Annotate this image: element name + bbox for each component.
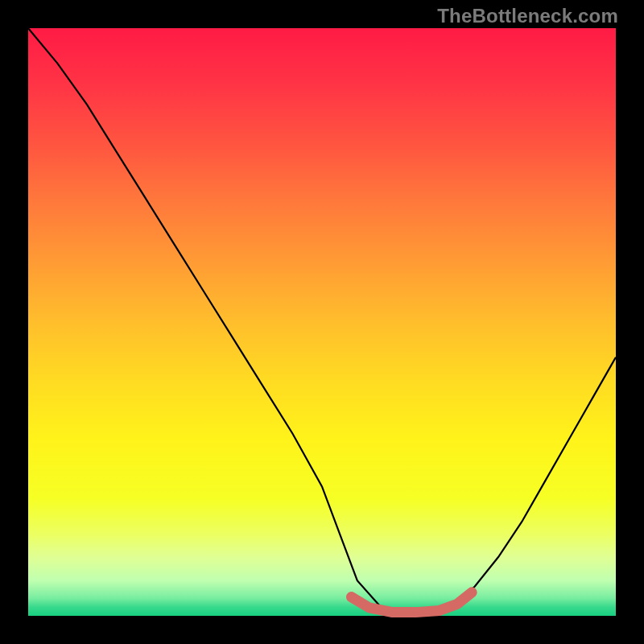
bottleneck-curve bbox=[28, 28, 616, 613]
watermark-text: TheBottleneck.com bbox=[437, 5, 618, 27]
plot-area bbox=[28, 28, 616, 616]
chart-stage: TheBottleneck.com bbox=[0, 0, 644, 644]
chart-svg bbox=[28, 28, 616, 616]
